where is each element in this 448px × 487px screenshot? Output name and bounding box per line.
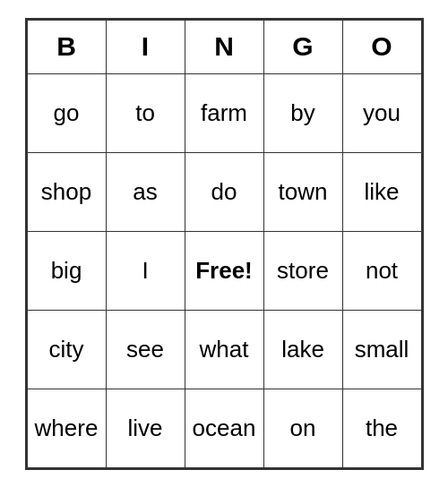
- cell-r1-c3: town: [263, 152, 342, 231]
- cell-r3-c2: what: [185, 310, 263, 389]
- cell-r0-c0: go: [27, 73, 106, 152]
- cell-r1-c1: as: [106, 152, 185, 231]
- bingo-card: BINGO gotofarmbyyoushopasdotownlikebigIF…: [25, 18, 424, 470]
- cell-r4-c3: on: [263, 389, 342, 467]
- header-row: BINGO: [27, 20, 421, 73]
- header-cell-b: B: [27, 20, 106, 73]
- bingo-body: gotofarmbyyoushopasdotownlikebigIFree!st…: [27, 73, 421, 467]
- cell-r3-c4: small: [342, 310, 421, 389]
- cell-r0-c1: to: [106, 73, 185, 152]
- bingo-table: BINGO gotofarmbyyoushopasdotownlikebigIF…: [27, 20, 422, 468]
- cell-r3-c1: see: [106, 310, 185, 389]
- table-row: shopasdotownlike: [27, 152, 421, 231]
- cell-r0-c4: you: [342, 73, 421, 152]
- cell-r3-c3: lake: [263, 310, 342, 389]
- cell-r1-c4: like: [342, 152, 421, 231]
- cell-r2-c2: Free!: [185, 231, 263, 310]
- table-row: cityseewhatlakesmall: [27, 310, 421, 389]
- table-row: gotofarmbyyou: [27, 73, 421, 152]
- cell-r2-c4: not: [342, 231, 421, 310]
- cell-r4-c4: the: [342, 389, 421, 467]
- cell-r2-c1: I: [106, 231, 185, 310]
- cell-r4-c2: ocean: [185, 389, 263, 467]
- header-cell-g: G: [263, 20, 342, 73]
- cell-r0-c2: farm: [185, 73, 263, 152]
- cell-r4-c1: live: [106, 389, 185, 467]
- table-row: bigIFree!storenot: [27, 231, 421, 310]
- cell-r2-c3: store: [263, 231, 342, 310]
- cell-r1-c2: do: [185, 152, 263, 231]
- cell-r1-c0: shop: [27, 152, 106, 231]
- cell-r4-c0: where: [27, 389, 106, 467]
- header-cell-i: I: [106, 20, 185, 73]
- header-cell-o: O: [342, 20, 421, 73]
- cell-r2-c0: big: [27, 231, 106, 310]
- cell-r0-c3: by: [263, 73, 342, 152]
- header-cell-n: N: [185, 20, 263, 73]
- cell-r3-c0: city: [27, 310, 106, 389]
- table-row: whereliveoceanonthe: [27, 389, 421, 467]
